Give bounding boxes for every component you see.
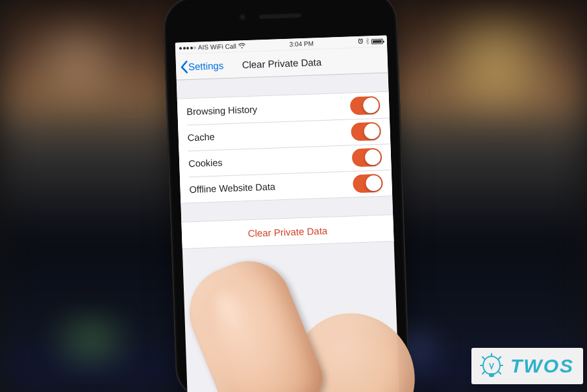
toggle-offline-data[interactable] bbox=[353, 174, 383, 193]
phone-screen: AIS WiFi Call 3:04 PM bbox=[175, 35, 399, 392]
clock: 3:04 PM bbox=[290, 40, 314, 47]
svg-point-1 bbox=[483, 356, 500, 374]
toggle-cache[interactable] bbox=[351, 122, 381, 141]
option-label: Cache bbox=[188, 132, 215, 143]
option-label: Cookies bbox=[188, 157, 223, 169]
alarm-icon bbox=[358, 38, 364, 45]
option-label: Offline Website Data bbox=[189, 182, 275, 195]
signal-strength-icon bbox=[179, 46, 196, 49]
lightbulb-icon bbox=[478, 352, 505, 380]
carrier-label: AIS WiFi Call bbox=[198, 43, 236, 51]
clear-options-list: Browsing History Cache Cookies bbox=[177, 91, 392, 203]
front-camera bbox=[238, 13, 246, 21]
toggle-cookies[interactable] bbox=[352, 148, 382, 167]
chevron-left-icon bbox=[180, 60, 189, 73]
phone-frame: AIS WiFi Call 3:04 PM bbox=[162, 0, 410, 392]
toggle-browsing-history[interactable] bbox=[350, 96, 381, 116]
wifi-icon bbox=[238, 43, 245, 49]
back-button[interactable]: Settings bbox=[176, 59, 224, 74]
bluetooth-icon bbox=[366, 38, 369, 45]
watermark-text: TWOS bbox=[510, 355, 574, 377]
watermark-badge: TWOS bbox=[471, 348, 583, 384]
back-label: Settings bbox=[188, 60, 224, 72]
option-label: Browsing History bbox=[186, 104, 257, 117]
earpiece-speaker bbox=[258, 12, 301, 19]
battery-icon bbox=[371, 38, 383, 44]
action-label: Clear Private Data bbox=[247, 225, 327, 238]
iphone-device: AIS WiFi Call 3:04 PM bbox=[162, 0, 410, 392]
